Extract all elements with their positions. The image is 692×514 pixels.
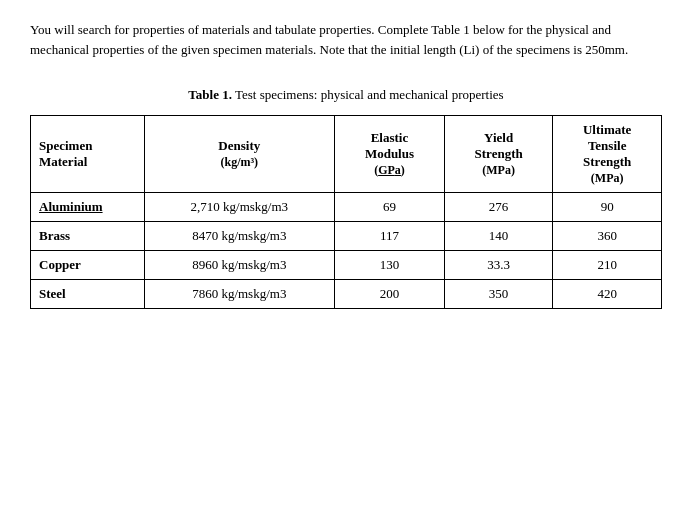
- cell-ultimate: 420: [553, 280, 662, 309]
- table-row: Copper8960 kg/mskg/m313033.3210: [31, 251, 662, 280]
- cell-material: Aluminium: [31, 193, 145, 222]
- cell-density: 2,710 kg/mskg/m3: [144, 193, 334, 222]
- table-row: Brass8470 kg/mskg/m3117140360: [31, 222, 662, 251]
- cell-yield: 276: [444, 193, 552, 222]
- cell-elastic: 130: [334, 251, 444, 280]
- cell-yield: 140: [444, 222, 552, 251]
- header-specimen: Specimen Material: [31, 116, 145, 193]
- cell-yield: 350: [444, 280, 552, 309]
- cell-density: 7860 kg/mskg/m3: [144, 280, 334, 309]
- header-yield: Yield Strength (MPa): [444, 116, 552, 193]
- header-density: Density (kg/m³): [144, 116, 334, 193]
- cell-material: Steel: [31, 280, 145, 309]
- cell-elastic: 117: [334, 222, 444, 251]
- cell-density: 8470 kg/mskg/m3: [144, 222, 334, 251]
- cell-elastic: 200: [334, 280, 444, 309]
- table-title-rest: Test specimens: physical and mechanical …: [232, 87, 504, 102]
- cell-ultimate: 360: [553, 222, 662, 251]
- cell-ultimate: 210: [553, 251, 662, 280]
- cell-material: Copper: [31, 251, 145, 280]
- cell-ultimate: 90: [553, 193, 662, 222]
- cell-elastic: 69: [334, 193, 444, 222]
- cell-yield: 33.3: [444, 251, 552, 280]
- header-ultimate: Ultimate Tensile Strength (MPa): [553, 116, 662, 193]
- table-row: Steel7860 kg/mskg/m3200350420: [31, 280, 662, 309]
- table-row: Aluminium2,710 kg/mskg/m36927690: [31, 193, 662, 222]
- table-title: Table 1. Test specimens: physical and me…: [30, 87, 662, 103]
- header-elastic: Elastic Modulus (GPa): [334, 116, 444, 193]
- cell-density: 8960 kg/mskg/m3: [144, 251, 334, 280]
- intro-paragraph: You will search for properties of materi…: [30, 20, 662, 59]
- table-title-bold: Table 1.: [188, 87, 232, 102]
- cell-material: Brass: [31, 222, 145, 251]
- properties-table: Specimen Material Density (kg/m³) Elasti…: [30, 115, 662, 309]
- table-header-row: Specimen Material Density (kg/m³) Elasti…: [31, 116, 662, 193]
